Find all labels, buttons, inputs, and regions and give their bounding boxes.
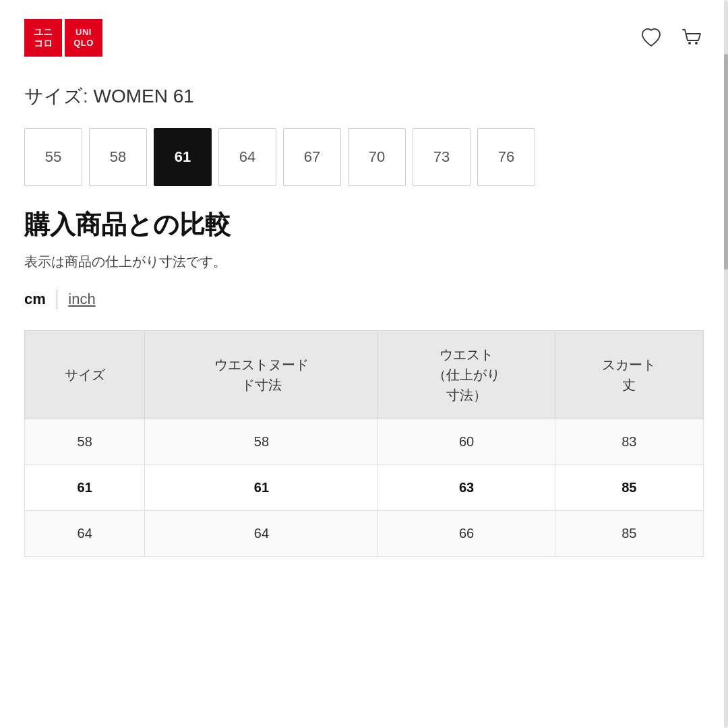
table-row: 58 58 60 83 — [25, 419, 704, 465]
logo-en-box: UNIQLO — [65, 19, 102, 57]
scrollbar[interactable] — [724, 0, 728, 728]
cell-skirt-length-64: 85 — [555, 511, 703, 557]
scrollbar-thumb[interactable] — [724, 54, 728, 270]
cell-waist-finish-64: 66 — [378, 511, 555, 557]
size-btn-64[interactable]: 64 — [218, 128, 276, 186]
size-label: サイズ: WOMEN 61 — [24, 84, 704, 109]
cell-size-64: 64 — [25, 511, 145, 557]
size-table: サイズ ウエストヌードド寸法 ウエスト（仕上がり寸法） スカート丈 58 58 … — [24, 330, 704, 557]
size-btn-70[interactable]: 70 — [348, 128, 406, 186]
header-icons — [639, 26, 704, 50]
logo-en-text: UNIQLO — [73, 27, 94, 48]
table-header-row: サイズ ウエストヌードド寸法 ウエスト（仕上がり寸法） スカート丈 — [25, 331, 704, 419]
cell-waist-nude-58: 58 — [145, 419, 378, 465]
size-btn-61[interactable]: 61 — [154, 128, 212, 186]
logo-kanji-box: ユニコロ — [24, 19, 62, 57]
col-header-size: サイズ — [25, 331, 145, 419]
unit-toggle: cm inch — [24, 290, 704, 309]
unit-inch[interactable]: inch — [68, 291, 95, 308]
unit-divider — [57, 290, 58, 309]
cell-waist-finish-58: 60 — [378, 419, 555, 465]
logo: ユニコロ UNIQLO — [24, 19, 102, 57]
cell-skirt-length-61: 85 — [555, 465, 703, 511]
size-btn-55[interactable]: 55 — [24, 128, 82, 186]
col-header-skirt-length: スカート丈 — [555, 331, 703, 419]
col-header-waist-nude: ウエストヌードド寸法 — [145, 331, 378, 419]
svg-point-1 — [695, 42, 698, 44]
size-btn-76[interactable]: 76 — [477, 128, 535, 186]
section-title: 購入商品との比較 — [24, 208, 704, 242]
main-content: サイズ: WOMEN 61 55 58 61 64 67 70 73 76 購入… — [0, 70, 728, 581]
cell-waist-nude-64: 64 — [145, 511, 378, 557]
table-row-highlighted: 61 61 63 85 — [25, 465, 704, 511]
size-grid: 55 58 61 64 67 70 73 76 — [24, 128, 704, 186]
cell-size-58: 58 — [25, 419, 145, 465]
wishlist-icon[interactable] — [639, 26, 663, 50]
section-subtitle: 表示は商品の仕上がり寸法です。 — [24, 253, 704, 271]
logo-kanji-text: ユニコロ — [34, 26, 53, 49]
size-btn-73[interactable]: 73 — [413, 128, 471, 186]
cell-size-61: 61 — [25, 465, 145, 511]
cell-waist-nude-61: 61 — [145, 465, 378, 511]
table-row: 64 64 66 85 — [25, 511, 704, 557]
cell-skirt-length-58: 83 — [555, 419, 703, 465]
size-btn-67[interactable]: 67 — [283, 128, 341, 186]
header: ユニコロ UNIQLO — [0, 0, 728, 70]
size-btn-58[interactable]: 58 — [89, 128, 147, 186]
unit-cm[interactable]: cm — [24, 291, 57, 308]
col-header-waist-finish: ウエスト（仕上がり寸法） — [378, 331, 555, 419]
cell-waist-finish-61: 63 — [378, 465, 555, 511]
cart-icon[interactable] — [679, 26, 704, 50]
svg-point-0 — [688, 42, 691, 44]
